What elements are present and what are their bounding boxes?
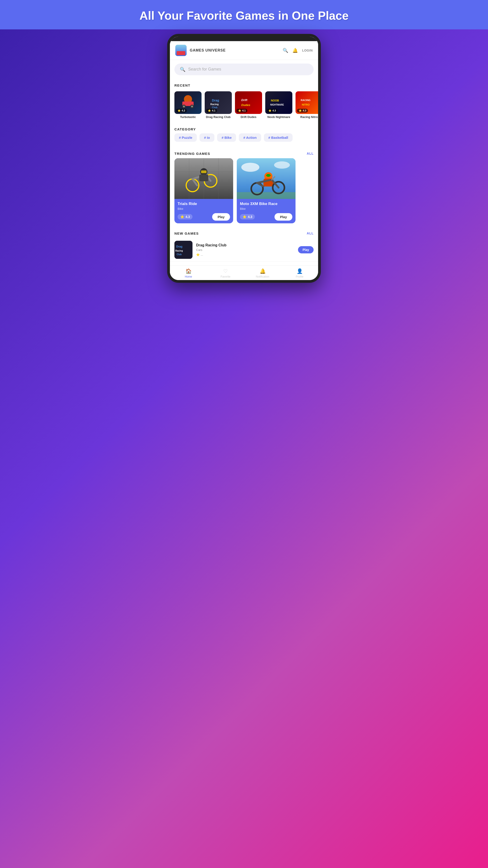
moto-category: Bike xyxy=(240,207,292,211)
trials-ride-info: Trials Ride Bike ⭐ 4.3 Play xyxy=(174,199,233,223)
svg-text:Dudes: Dudes xyxy=(241,103,250,107)
profile-icon: 👤 xyxy=(297,268,303,274)
svg-rect-28 xyxy=(201,170,206,173)
search-container: 🔍 Search for Games xyxy=(170,60,318,79)
turbotastic-rating: ⭐ 4.2 xyxy=(176,109,187,113)
drag-rating: ⭐ 4.1 xyxy=(206,109,217,113)
game-thumb-drag-racing[interactable]: Drag Racing Club ⭐ 4.1 Drag Racing Club xyxy=(205,91,232,119)
notification-label: Notification xyxy=(256,275,269,278)
profile-label: Profile xyxy=(296,275,303,278)
drift-rating: ⭐ 4.1 xyxy=(236,109,248,113)
search-icon[interactable]: 🔍 xyxy=(283,48,288,53)
noob-name: Noob Nightmare xyxy=(265,115,292,119)
svg-text:NITRO: NITRO xyxy=(302,103,310,106)
game-thumb-turbotastic[interactable]: ⭐ 4.2 Turbotastic xyxy=(174,91,201,119)
login-button[interactable]: LOGIN xyxy=(302,49,313,52)
game-thumb-drift-dudes[interactable]: Drift Dudes ⭐ 4.1 Drift Dudes xyxy=(235,91,262,119)
svg-text:Drag: Drag xyxy=(176,245,182,248)
game-thumb-img-nitro: RACING NITRO ⭐ 4.3 xyxy=(295,91,318,114)
app-logo-inner xyxy=(175,45,187,56)
svg-point-5 xyxy=(191,105,193,107)
game-thumb-img-noob: NOOB NIGHTMARE ⭐ 4.3 xyxy=(265,91,292,114)
new-games-title: NEW GAMES xyxy=(174,231,199,235)
phone-notch-area xyxy=(170,37,318,41)
phone-frame: GAMES UNIVERSE 🔍 🔔 LOGIN 🔍 Search for Ga… xyxy=(167,34,321,283)
chip-action[interactable]: # Action xyxy=(239,133,261,142)
star-icon: ⭐ xyxy=(180,215,184,219)
turbotastic-name: Turbotastic xyxy=(174,115,201,119)
hero-banner: All Your Favorite Games in One Place xyxy=(0,0,488,29)
svg-text:NIGHTMARE: NIGHTMARE xyxy=(270,103,284,106)
trending-card-trials[interactable]: Trials Ride Bike ⭐ 4.3 Play xyxy=(174,158,233,223)
trials-ride-title: Trials Ride xyxy=(177,202,230,206)
trials-ride-category: Bike xyxy=(177,207,230,211)
recent-section-header: RECENT xyxy=(170,79,318,90)
svg-text:Club: Club xyxy=(177,253,182,256)
nav-favorite[interactable]: ♡ Favorite xyxy=(207,268,244,278)
svg-point-31 xyxy=(274,161,290,168)
new-game-info-drag: Drag Racing Club Cars ⭐ ... xyxy=(196,243,294,256)
chip-io[interactable]: # io xyxy=(199,133,215,142)
chip-basketball[interactable]: # Basketball xyxy=(264,133,293,142)
trending-header-row: TRENDING GAMES ALL xyxy=(170,147,318,158)
search-bar-icon: 🔍 xyxy=(180,67,186,72)
game-thumb-noob[interactable]: NOOB NIGHTMARE ⭐ 4.3 Noob Nightmare xyxy=(265,91,292,119)
game-thumb-img-turbotastic: ⭐ 4.2 xyxy=(174,91,201,114)
recent-games-list: ⭐ 4.2 Turbotastic Drag Racing Club xyxy=(170,90,318,123)
trending-games-list: Trials Ride Bike ⭐ 4.3 Play xyxy=(170,158,318,227)
trials-ride-image xyxy=(174,158,233,199)
search-input[interactable]: Search for Games xyxy=(188,67,221,72)
svg-text:Club: Club xyxy=(212,106,218,109)
nitro-rating: ⭐ 4.3 xyxy=(297,109,308,113)
moto-play-button[interactable]: Play xyxy=(274,213,292,221)
bottom-nav: 🏠 Home ♡ Favorite 🔔 Notification 👤 Profi… xyxy=(170,266,318,280)
trending-title: TRENDING GAMES xyxy=(174,152,210,156)
svg-point-4 xyxy=(183,105,185,107)
nav-notification[interactable]: 🔔 Notification xyxy=(244,268,281,278)
app-header: GAMES UNIVERSE 🔍 🔔 LOGIN xyxy=(170,41,318,60)
svg-text:RACING: RACING xyxy=(301,99,311,101)
star-icon: ⭐ xyxy=(242,215,247,219)
svg-text:NOOB: NOOB xyxy=(271,99,279,102)
game-thumb-img-drag: Drag Racing Club ⭐ 4.1 xyxy=(205,91,232,114)
nav-profile[interactable]: 👤 Profile xyxy=(281,268,318,278)
new-games-all-link[interactable]: ALL xyxy=(307,231,314,235)
new-games-header-row: NEW GAMES ALL xyxy=(170,227,318,238)
search-bar[interactable]: 🔍 Search for Games xyxy=(174,64,314,75)
new-game-cat-drag: Cars xyxy=(196,248,294,252)
app-logo xyxy=(175,45,187,56)
svg-rect-32 xyxy=(237,192,295,199)
svg-text:Racing: Racing xyxy=(210,103,219,105)
new-games-list: Drag Racing Club Drag Racing Club Cars ⭐… xyxy=(170,238,318,266)
hero-title: All Your Favorite Games in One Place xyxy=(7,9,481,23)
trending-card-moto[interactable]: Moto 3XM Bike Race Bike ⭐ 4.3 Play xyxy=(237,158,295,223)
category-section-header: CATEGORY xyxy=(170,123,318,133)
svg-point-34 xyxy=(266,174,271,177)
header-icons: 🔍 🔔 LOGIN xyxy=(283,48,313,53)
notification-icon: 🔔 xyxy=(260,268,266,274)
moto-rating: ⭐ 4.3 xyxy=(240,214,255,219)
app-title: GAMES UNIVERSE xyxy=(190,49,283,53)
moto-image xyxy=(237,158,295,199)
svg-text:Drag: Drag xyxy=(212,98,219,102)
star-icon: ⭐ xyxy=(177,109,181,112)
svg-text:Drift: Drift xyxy=(241,98,248,102)
new-game-play-button[interactable]: Play xyxy=(298,246,314,253)
game-thumb-img-drift: Drift Dudes ⭐ 4.1 xyxy=(235,91,262,114)
chip-puzzle[interactable]: # Puzzle xyxy=(174,133,197,142)
bell-icon[interactable]: 🔔 xyxy=(292,48,298,53)
trending-all-link[interactable]: ALL xyxy=(307,152,314,155)
game-thumb-racing-nitro[interactable]: RACING NITRO ⭐ 4.3 Racing Nitro xyxy=(295,91,318,119)
svg-text:Racing: Racing xyxy=(175,250,183,252)
notch xyxy=(230,37,258,40)
chip-bike[interactable]: # Bike xyxy=(217,133,236,142)
nav-home[interactable]: 🏠 Home xyxy=(170,268,207,278)
app-logo-car xyxy=(177,51,185,55)
new-game-title-drag: Drag Racing Club xyxy=(196,243,294,247)
drift-dudes-name: Drift Dudes xyxy=(235,115,262,119)
trials-ride-play-button[interactable]: Play xyxy=(212,213,230,221)
home-label: Home xyxy=(185,275,192,278)
phone-screen: GAMES UNIVERSE 🔍 🔔 LOGIN 🔍 Search for Ga… xyxy=(170,41,318,280)
new-game-item-drag[interactable]: Drag Racing Club Drag Racing Club Cars ⭐… xyxy=(170,238,318,262)
trials-ride-rating: ⭐ 4.3 xyxy=(177,214,193,219)
